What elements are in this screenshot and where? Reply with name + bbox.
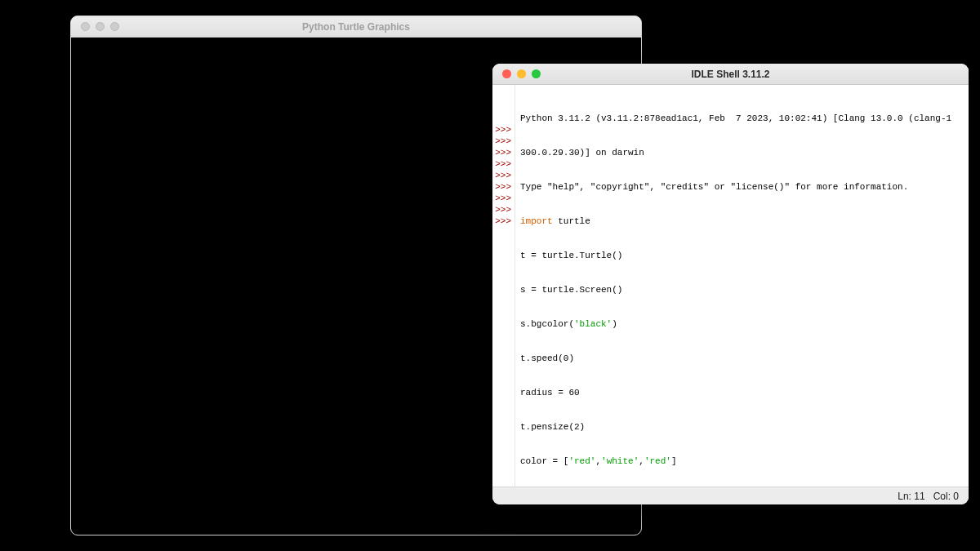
banner-line: Python 3.11.2 (v3.11.2:878ead1ac1, Feb 7…	[520, 113, 962, 124]
idle-shell-body[interactable]: >>> >>> >>> >>> >>> >>> >>> >>> >>> Pyth…	[492, 85, 969, 487]
window-controls	[71, 22, 119, 31]
banner-line: Type "help", "copyright", "credits" or "…	[520, 181, 962, 193]
code-line: color = ['red','white','red']	[520, 455, 962, 467]
prompt-gutter: >>> >>> >>> >>> >>> >>> >>> >>> >>>	[492, 85, 515, 487]
minimize-icon[interactable]	[96, 22, 105, 31]
code-line: t.pensize(2)	[520, 421, 962, 433]
prompt: >>>	[492, 136, 511, 147]
code-line: s = turtle.Screen()	[520, 284, 962, 295]
prompt: >>>	[492, 147, 511, 158]
fullscreen-icon[interactable]	[110, 22, 119, 31]
prompt: >>>	[492, 170, 511, 181]
idle-statusbar: Ln: 11 Col: 0	[492, 487, 969, 504]
idle-titlebar[interactable]: IDLE Shell 3.11.2	[492, 64, 969, 85]
string-literal: 'black'	[574, 319, 612, 329]
idle-window-title: IDLE Shell 3.11.2	[492, 69, 969, 80]
status-col: Col: 0	[933, 491, 959, 502]
prompt: >>>	[492, 193, 511, 204]
prompt: >>>	[492, 124, 511, 136]
string-literal: 'white'	[601, 456, 639, 466]
window-controls	[492, 69, 541, 78]
code-line: t = turtle.Turtle()	[520, 250, 962, 261]
banner-line: 300.0.29.30)] on darwin	[520, 147, 962, 158]
prompt: >>>	[492, 216, 511, 227]
close-icon[interactable]	[81, 22, 90, 31]
code-line: t.speed(0)	[520, 353, 962, 364]
code-line: s.bgcolor('black')	[520, 318, 962, 330]
turtle-window-title: Python Turtle Graphics	[71, 21, 641, 33]
code-line: radius = 60	[520, 387, 962, 398]
idle-shell-window[interactable]: IDLE Shell 3.11.2 >>> >>> >>> >>> >>> >>…	[492, 64, 969, 504]
code-area[interactable]: Python 3.11.2 (v3.11.2:878ead1ac1, Feb 7…	[515, 85, 969, 487]
string-literal: 'red'	[568, 456, 595, 466]
turtle-titlebar[interactable]: Python Turtle Graphics	[71, 16, 641, 38]
prompt: >>>	[492, 181, 511, 193]
prompt: >>>	[492, 158, 511, 170]
string-literal: 'red'	[644, 456, 671, 466]
code-line: import turtle	[520, 216, 962, 227]
keyword-import: import	[520, 216, 553, 226]
prompt: >>>	[492, 204, 511, 216]
status-line: Ln: 11	[898, 491, 924, 502]
minimize-icon[interactable]	[517, 69, 526, 78]
fullscreen-icon[interactable]	[532, 69, 541, 78]
close-icon[interactable]	[502, 69, 511, 78]
